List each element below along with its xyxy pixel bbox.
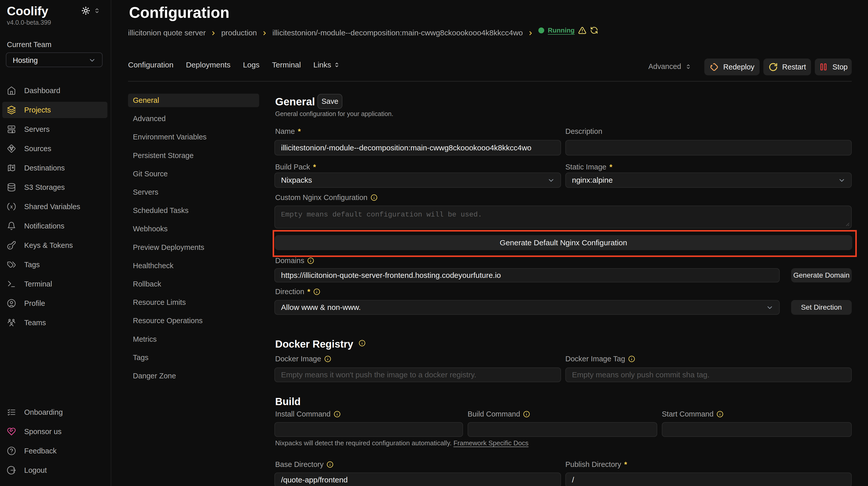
- svg-text:x: x: [10, 203, 13, 210]
